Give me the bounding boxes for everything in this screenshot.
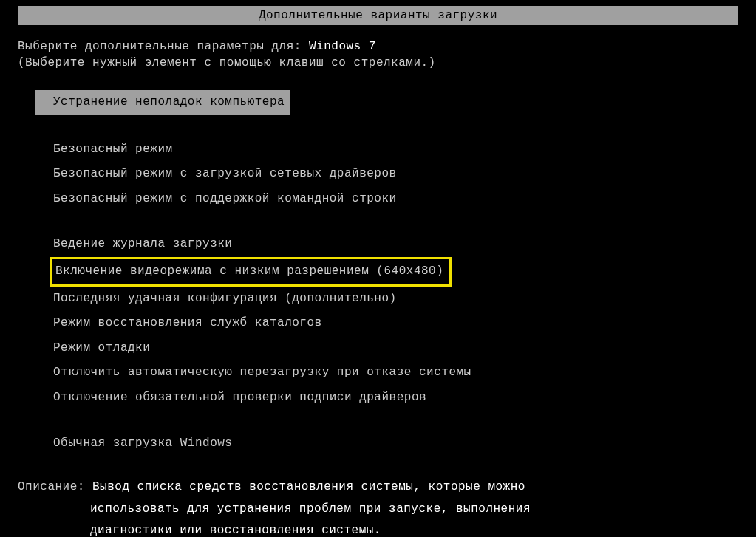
menu-item-disable-driver-sig[interactable]: Отключение обязательной проверки подписи… bbox=[18, 386, 738, 411]
menu-item-normal-boot[interactable]: Обычная загрузка Windows bbox=[18, 431, 738, 456]
description-line2: использовать для устранения проблем при … bbox=[18, 499, 738, 521]
prompt-label: Выберите дополнительные параметры для: bbox=[18, 40, 309, 53]
menu-item-debug[interactable]: Режим отладки bbox=[18, 336, 738, 361]
description-block: Описание: Вывод списка средств восстанов… bbox=[0, 476, 756, 537]
prompt-line: Выберите дополнительные параметры для: W… bbox=[18, 40, 738, 53]
menu-item-safe-mode[interactable]: Безопасный режим bbox=[18, 137, 738, 163]
boot-options-menu[interactable]: Устранение неполадок компьютера Безопасн… bbox=[18, 90, 738, 456]
os-name: Windows 7 bbox=[309, 40, 376, 53]
description-label: Описание: bbox=[18, 480, 92, 493]
menu-item-disable-auto-restart[interactable]: Отключить автоматическую перезагрузку пр… bbox=[18, 360, 738, 386]
page-title: Дополнительные варианты загрузки bbox=[259, 9, 497, 22]
hint-line: (Выберите нужный элемент с помощью клави… bbox=[18, 56, 738, 69]
menu-item-boot-logging[interactable]: Ведение журнала загрузки bbox=[18, 232, 738, 257]
menu-item-low-res-video[interactable]: Включение видеорежима с низким разрешени… bbox=[50, 257, 452, 287]
menu-item-repair[interactable]: Устранение неполадок компьютера bbox=[35, 90, 290, 115]
description-line3: диагностики или восстановления системы. bbox=[18, 520, 738, 537]
description-line1: Вывод списка средств восстановления сист… bbox=[92, 480, 525, 493]
title-bar: Дополнительные варианты загрузки bbox=[18, 6, 738, 25]
menu-item-last-known-good[interactable]: Последняя удачная конфигурация (дополнит… bbox=[18, 287, 738, 312]
main-content: Выберите дополнительные параметры для: W… bbox=[0, 25, 756, 456]
menu-item-safe-mode-network[interactable]: Безопасный режим с загрузкой сетевых дра… bbox=[18, 162, 738, 187]
menu-item-safe-mode-cmd[interactable]: Безопасный режим с поддержкой командной … bbox=[18, 187, 738, 212]
menu-item-ds-restore[interactable]: Режим восстановления служб каталогов bbox=[18, 311, 738, 336]
